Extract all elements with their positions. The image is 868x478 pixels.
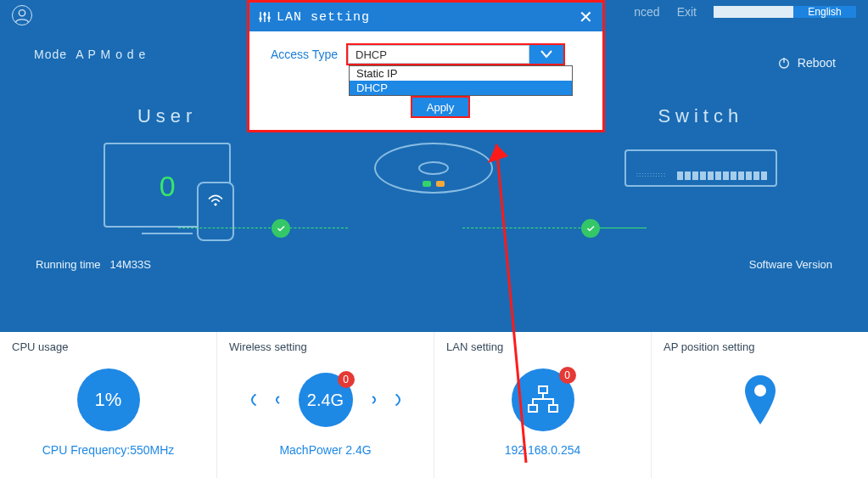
nav-exit[interactable]: Exit [677, 5, 697, 19]
access-type-select[interactable]: DHCP [346, 43, 565, 65]
access-type-value: DHCP [348, 45, 529, 64]
lan-ip: 192.168.0.254 [446, 443, 639, 457]
svg-point-13 [267, 16, 271, 20]
svg-point-11 [259, 17, 262, 20]
access-type-label: Access Type [266, 48, 338, 61]
svg-rect-4 [539, 386, 547, 393]
modal-header: LAN setting ✕ [249, 3, 602, 31]
svg-point-3 [215, 203, 217, 205]
sliders-icon [258, 10, 272, 24]
connection-line [178, 228, 348, 228]
svg-rect-6 [549, 405, 557, 412]
lan-icon: 0 [512, 368, 574, 431]
option-dhcp[interactable]: DHCP [350, 81, 572, 95]
location-pin-icon [743, 375, 777, 425]
wireless-badge: 0 [338, 371, 355, 388]
check-icon [581, 219, 600, 238]
connection-line [462, 228, 645, 228]
wifi-icon [199, 194, 232, 211]
mode-label: Mode [34, 48, 67, 61]
mode-value: A P M o d e [76, 48, 146, 61]
lan-setting-modal: LAN setting ✕ Access Type DHCP Static IP… [247, 0, 605, 132]
switch-device-icon: ::::::::::: [624, 149, 777, 187]
cpu-card[interactable]: CPU usage 1% CPU Frequency:550MHz [0, 332, 216, 478]
wireless-card[interactable]: Wireless setting 2.4G 0 MachPower 2.4G [217, 332, 434, 478]
cpu-gauge-icon: 1% [77, 368, 140, 431]
wireless-icon: 2.4G 0 [229, 368, 422, 431]
power-icon [777, 56, 791, 70]
modal-title: LAN setting [277, 10, 370, 25]
avatar-icon[interactable] [12, 5, 32, 25]
position-card[interactable]: AP position setting [652, 332, 868, 478]
software-version-label: Software Version [749, 258, 832, 271]
nav-advanced[interactable]: nced [634, 5, 659, 19]
running-time-label: Running time [36, 258, 101, 271]
language-selector[interactable]: English [714, 6, 856, 18]
user-device-icon: 0 [104, 143, 231, 228]
svg-point-0 [19, 10, 25, 16]
svg-point-7 [754, 385, 766, 396]
lan-badge: 0 [559, 367, 576, 384]
ap-device-icon [374, 143, 493, 194]
chevron-down-icon[interactable] [529, 45, 563, 64]
reboot-button[interactable]: Reboot [777, 56, 836, 70]
running-time-value: 14M33S [109, 258, 150, 271]
cpu-frequency: CPU Frequency:550MHz [12, 443, 204, 457]
check-icon [272, 219, 290, 238]
svg-point-12 [263, 13, 266, 16]
svg-rect-5 [529, 405, 537, 412]
heading-switch: Switch [568, 105, 834, 127]
lan-card[interactable]: LAN setting 0 192.168.0.254 [434, 332, 651, 478]
option-static-ip[interactable]: Static IP [350, 66, 572, 81]
apply-button[interactable]: Apply [412, 98, 468, 116]
wireless-ssid: MachPower 2.4G [229, 443, 422, 457]
access-type-options: Static IP DHCP [349, 65, 573, 96]
card-row: CPU usage 1% CPU Frequency:550MHz Wirele… [0, 332, 868, 478]
close-icon[interactable]: ✕ [579, 7, 594, 27]
